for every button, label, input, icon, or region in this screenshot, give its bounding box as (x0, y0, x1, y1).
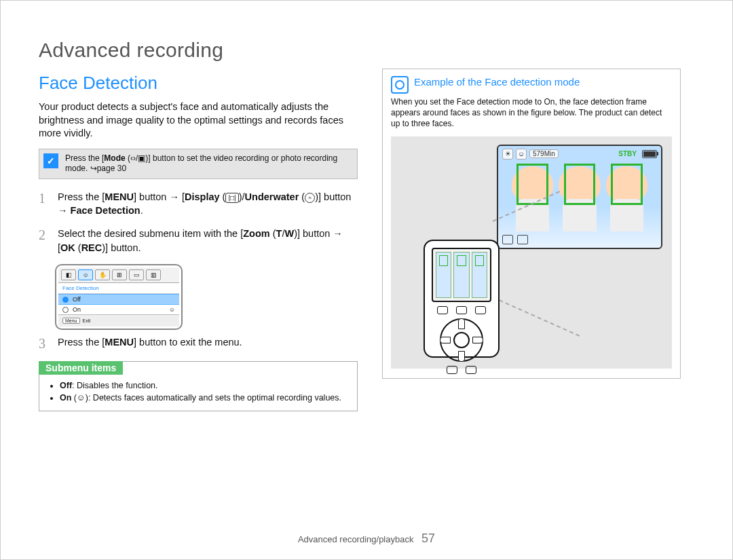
mode-icon: ☀ (502, 149, 513, 160)
two-column-layout: Face Detection Your product detects a su… (39, 69, 694, 411)
preview-screen: ☀ ☺ 579Min STBY (497, 145, 662, 249)
submenu-title: Submenu items (39, 361, 123, 375)
card-icon (502, 235, 513, 244)
example-illustration: ☀ ☺ 579Min STBY (391, 136, 672, 369)
example-panel: Example of the Face detection mode When … (382, 69, 681, 379)
face-3 (606, 166, 647, 231)
device-screen (432, 248, 491, 302)
tab-icon-3: ✋ (95, 269, 110, 280)
stby-indicator: STBY (618, 150, 637, 157)
menu-row-off: Off (58, 294, 179, 305)
device-face-3 (472, 252, 487, 298)
face-detect-icon: ☺ (516, 149, 527, 160)
mode-icon-2 (517, 235, 528, 244)
menu-header: Face Detection (58, 283, 179, 294)
detected-faces (512, 166, 647, 231)
example-text: When you set the Face detection mode to … (391, 96, 672, 130)
submenu-box: Submenu items Off: Disables the function… (39, 361, 358, 411)
checkmark-icon (43, 153, 58, 168)
bottom-status-icons (502, 235, 528, 244)
menu-footer: MenuExit (58, 314, 179, 326)
magnifier-icon (391, 76, 409, 94)
face-1 (512, 166, 553, 231)
device-face-1 (436, 252, 451, 298)
step-3: Press the [MENU] button to exit the menu… (39, 335, 358, 349)
tab-icon-4: ⊞ (112, 269, 127, 280)
manual-page: Advanced recording Face Detection Your p… (0, 0, 733, 560)
step-1: Press the [MENU] button → [Display (|□|)… (39, 190, 358, 218)
page-title: Advanced recording (39, 39, 694, 62)
submenu-item-on: On (☺): Detects faces automatically and … (60, 392, 345, 405)
footer-section: Advanced recording/playback (298, 534, 414, 544)
page-number: 57 (421, 531, 435, 545)
menu-row-on: On☺ (58, 305, 179, 314)
left-column: Face Detection Your product detects a su… (39, 69, 358, 411)
battery-icon (642, 150, 657, 158)
status-bar: ☀ ☺ 579Min STBY (502, 149, 657, 160)
submenu-items-list: Off: Disables the function.On (☺): Detec… (52, 380, 345, 404)
steps-list: Press the [MENU] button → [Display (|□|)… (39, 190, 358, 349)
face-2 (559, 166, 600, 231)
menu-screenshot: ◧☺✋⊞▭▥Face DetectionOffOn☺MenuExit (55, 264, 183, 330)
mode-note-text: Press the [Mode (‹›/▣)] button to set th… (65, 153, 350, 174)
device-btn-1 (437, 306, 448, 314)
display-icon: |□| (225, 193, 238, 203)
device-dpad (440, 318, 483, 362)
example-title: Example of the Face detection mode (414, 76, 580, 88)
menu-footer-button: Menu (62, 318, 80, 324)
device-face-2 (453, 252, 469, 298)
device-btn-3 (475, 306, 486, 314)
device-btn-2 (456, 306, 467, 314)
tab-icon-6: ▥ (146, 269, 161, 280)
page-footer: Advanced recording/playback 57 (1, 531, 732, 546)
section-title: Face Detection (39, 73, 358, 94)
face-icon: (☺) (71, 393, 88, 403)
device-btn-5 (466, 366, 476, 374)
tab-icon-face: ☺ (78, 269, 93, 280)
remaining-time: 579Min (529, 149, 559, 158)
device-btn-4 (447, 366, 457, 374)
intro-paragraph: Your product detects a subject's face an… (39, 100, 358, 141)
step-2: Select the desired submenu item with the… (39, 227, 358, 255)
camcorder-device (424, 240, 500, 358)
tab-icon-5: ▭ (129, 269, 144, 280)
device-controls (432, 306, 491, 374)
tab-icon-1: ◧ (61, 269, 76, 280)
callout-line-bottom (493, 297, 580, 337)
submenu-item-off: Off: Disables the function. (60, 380, 345, 392)
mode-note-box: Press the [Mode (‹›/▣)] button to set th… (39, 149, 358, 179)
right-column: Example of the Face detection mode When … (382, 69, 681, 411)
underwater-icon: ≈ (305, 193, 315, 203)
